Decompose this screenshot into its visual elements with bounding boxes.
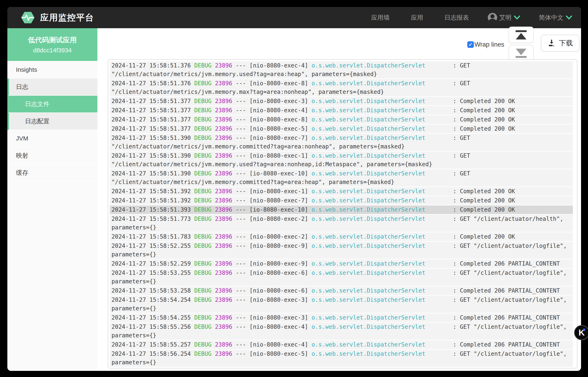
download-label: 下载 (559, 38, 573, 48)
wrap-lines-toggle[interactable]: ✓ Wrap lines (467, 41, 504, 48)
sidebar-app-header: 低代码测试应用 d8dcc14f3934 (7, 28, 97, 61)
log-entry[interactable]: 2024-11-27 15:58:51.392 DEBUG 23896 --- … (110, 196, 573, 205)
log-entry[interactable]: 2024-11-27 15:58:51.377 DEBUG 23896 --- … (110, 106, 573, 115)
log-viewer-panel[interactable]: 2024-11-27 15:58:51.376 DEBUG 23896 --- … (108, 59, 577, 368)
language-label: 简体中文 (539, 13, 564, 22)
log-entry[interactable]: 2024-11-27 15:58:51.390 DEBUG 23896 --- … (110, 134, 573, 151)
sidebar-instance-id: d8dcc14f3934 (33, 47, 72, 54)
log-entries: 2024-11-27 15:58:51.376 DEBUG 23896 --- … (110, 61, 573, 367)
pulse-hexagon-logo-icon (21, 11, 35, 24)
main-content: ✓ Wrap lines 下载 2024-11-27 15: (97, 28, 581, 371)
chevron-down-icon (514, 15, 520, 20)
log-entry[interactable]: 2024-11-27 15:58:51.376 DEBUG 23896 --- … (110, 61, 573, 79)
log-entry[interactable]: 2024-11-27 15:58:55.256 DEBUG 23896 --- … (110, 323, 573, 340)
sidebar: 低代码测试应用 d8dcc14f3934 Insights 日志 日志文件 日志… (7, 28, 97, 371)
log-entry[interactable]: 2024-11-27 15:58:53.255 DEBUG 23896 --- … (110, 269, 573, 286)
k-badge-dot-icon (583, 329, 585, 331)
nav-link-applications[interactable]: 应用 (411, 13, 423, 22)
log-entry[interactable]: 2024-11-27 15:58:53.258 DEBUG 23896 --- … (110, 286, 573, 295)
sidebar-item-log-config[interactable]: 日志配置 (7, 113, 97, 130)
download-icon (548, 39, 556, 47)
wrap-lines-checkbox[interactable]: ✓ (467, 41, 474, 48)
user-avatar-icon (488, 13, 497, 22)
wrap-lines-label: Wrap lines (475, 41, 504, 48)
log-entry[interactable]: 2024-11-27 15:58:55.257 DEBUG 23896 --- … (110, 341, 573, 349)
sidebar-item-mappings[interactable]: 映射 (7, 147, 97, 164)
log-entry[interactable]: 2024-11-27 15:58:51.393 DEBUG 23896 --- … (110, 205, 573, 214)
log-entry[interactable]: 2024-11-27 15:58:51.377 DEBUG 23896 --- … (110, 97, 573, 106)
chevron-down-icon (566, 15, 572, 20)
sidebar-item-jvm[interactable]: JVM (7, 130, 97, 147)
k-floating-badge[interactable]: K (574, 325, 588, 340)
log-entry[interactable]: 2024-11-27 15:58:51.390 DEBUG 23896 --- … (110, 169, 573, 187)
top-navbar: 应用监控平台 应用墙 应用 日志报表 艾明 简体中文 (7, 7, 581, 28)
scroll-to-top-button[interactable] (509, 27, 534, 43)
sidebar-item-cache[interactable]: 缓存 (7, 164, 97, 182)
language-menu[interactable]: 简体中文 (539, 13, 572, 22)
sidebar-item-log-file[interactable]: 日志文件 (7, 96, 97, 113)
user-name: 艾明 (499, 13, 512, 22)
log-entry[interactable]: 2024-11-27 15:58:51.783 DEBUG 23896 --- … (110, 233, 573, 241)
log-entry[interactable]: 2024-11-27 15:58:51.390 DEBUG 23896 --- … (110, 152, 573, 169)
sidebar-app-name: 低代码测试应用 (28, 35, 77, 45)
sidebar-item-logs[interactable]: 日志 (7, 79, 97, 96)
app-window: 应用监控平台 应用墙 应用 日志报表 艾明 简体中文 低代码测试应用 d8dcc… (7, 7, 581, 371)
log-entry[interactable]: 2024-11-27 15:58:54.254 DEBUG 23896 --- … (110, 296, 573, 313)
navbar-right: 应用墙 应用 日志报表 艾明 简体中文 (350, 13, 572, 22)
log-entry[interactable]: 2024-11-27 15:58:51.376 DEBUG 23896 --- … (110, 79, 573, 96)
download-button[interactable]: 下载 (541, 35, 579, 51)
scroll-to-bottom-icon (516, 49, 527, 55)
scroll-to-bottom-button[interactable] (509, 45, 534, 61)
log-entry[interactable]: 2024-11-27 15:58:52.259 DEBUG 23896 --- … (110, 259, 573, 268)
log-entry[interactable]: 2024-11-27 15:58:52.255 DEBUG 23896 --- … (110, 242, 573, 259)
log-entry[interactable]: 2024-11-27 15:58:51.377 DEBUG 23896 --- … (110, 115, 573, 124)
nav-link-log-report[interactable]: 日志报表 (444, 13, 469, 22)
user-menu[interactable]: 艾明 (488, 13, 520, 22)
log-entry[interactable]: 2024-11-27 15:58:56.254 DEBUG 23896 --- … (110, 350, 573, 367)
nav-link-app-wall[interactable]: 应用墙 (371, 13, 390, 22)
log-entry[interactable]: 2024-11-27 15:58:51.773 DEBUG 23896 --- … (110, 215, 573, 232)
sidebar-item-insights[interactable]: Insights (7, 61, 97, 79)
app-title: 应用监控平台 (40, 12, 94, 23)
log-entry[interactable]: 2024-11-27 15:58:51.377 DEBUG 23896 --- … (110, 125, 573, 133)
log-entry[interactable]: 2024-11-27 15:58:51.392 DEBUG 23896 --- … (110, 187, 573, 196)
scroll-to-top-icon (515, 30, 527, 32)
log-entry[interactable]: 2024-11-27 15:58:54.255 DEBUG 23896 --- … (110, 313, 573, 322)
